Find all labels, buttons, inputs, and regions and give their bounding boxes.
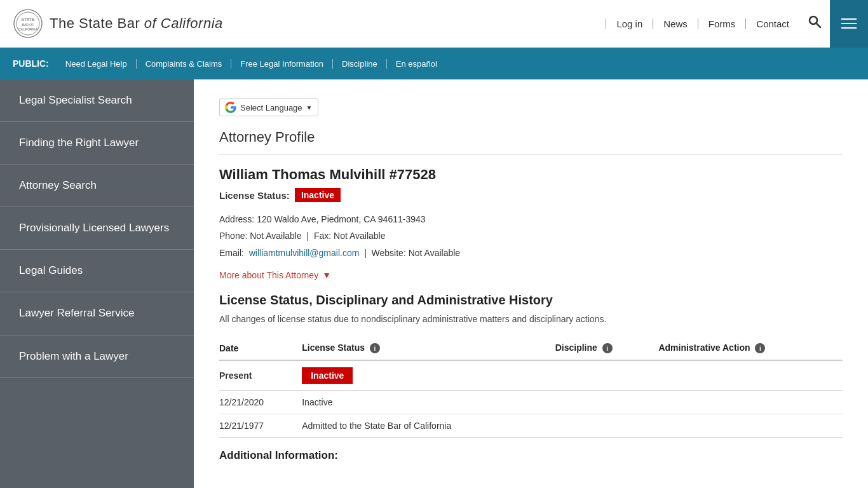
cell-status-1977: Admitted to the State Bar of California <box>302 414 555 438</box>
col-license-status: License Status i <box>302 337 555 360</box>
site-header: STATE BAR OF CALIFORNIA The State Bar of… <box>0 0 868 48</box>
svg-text:STATE: STATE <box>21 17 35 22</box>
additional-info-title: Additional Information: <box>219 449 843 462</box>
cell-discipline-1977 <box>555 414 659 438</box>
cell-admin-2020 <box>658 391 843 414</box>
translate-label: Select Language <box>240 103 302 112</box>
svg-text:CALIFORNIA: CALIFORNIA <box>18 27 38 31</box>
dropdown-arrow-icon: ▼ <box>322 270 331 280</box>
public-navigation: PUBLIC: Need Legal Help Complaints & Cla… <box>0 48 868 79</box>
header-navigation: Log in News Forms Contact <box>606 0 855 48</box>
sidebar-item-provisionally-licensed[interactable]: Provisionally Licensed Lawyers <box>0 207 194 250</box>
cell-date-present: Present <box>219 360 302 391</box>
svg-line-6 <box>817 24 820 27</box>
col-admin-action: Administrative Action i <box>658 337 843 360</box>
email-link[interactable]: williamtmulvihill@gmail.com <box>249 248 360 258</box>
website: Website: Not Available <box>372 248 461 258</box>
menu-icon-line2 <box>841 23 857 24</box>
menu-icon-line3 <box>841 27 857 29</box>
nav-discipline[interactable]: Discipline <box>333 59 387 69</box>
nav-espanol[interactable]: En español <box>387 59 446 69</box>
history-section-title: License Status, Disciplinary and Adminis… <box>219 293 843 308</box>
logo-text: The State Bar of California <box>50 15 223 32</box>
status-present-badge: Inactive <box>302 367 353 384</box>
main-layout: Legal Specialist Search Finding the Righ… <box>0 79 868 488</box>
logo-area: STATE BAR OF CALIFORNIA The State Bar of… <box>13 8 223 39</box>
forms-link[interactable]: Forms <box>698 18 747 29</box>
history-description: All changes of license status due to non… <box>219 313 843 326</box>
email-website: Email: williamtmulvihill@gmail.com | Web… <box>219 246 843 260</box>
sidebar-item-attorney-search[interactable]: Attorney Search <box>0 165 194 207</box>
table-row: Present Inactive <box>219 360 843 391</box>
page-title: Attorney Profile <box>219 129 843 155</box>
contact-link[interactable]: Contact <box>746 18 799 29</box>
discipline-info-icon[interactable]: i <box>602 343 613 353</box>
table-body: Present Inactive 12/21/2020 Inactive 12/… <box>219 360 843 438</box>
sidebar-item-finding-lawyer[interactable]: Finding the Right Lawyer <box>0 122 194 165</box>
search-button[interactable] <box>799 14 830 33</box>
table-header-row: Date License Status i Discipline i Admin… <box>219 337 843 360</box>
cell-status-present: Inactive <box>302 360 555 391</box>
license-status-info-icon[interactable]: i <box>370 343 380 353</box>
contact-info: Address: 120 Waldo Ave, Piedmont, CA 946… <box>219 212 843 260</box>
phone: Phone: Not Available <box>219 231 302 241</box>
cell-admin-present <box>658 360 843 391</box>
sidebar-item-legal-guides[interactable]: Legal Guides <box>0 250 194 292</box>
translate-widget[interactable]: Select Language ▼ <box>219 98 318 116</box>
sidebar-item-problem-lawyer[interactable]: Problem with a Lawyer <box>0 336 194 378</box>
phone-fax: Phone: Not Available | Fax: Not Availabl… <box>219 229 843 243</box>
more-about-attorney-link[interactable]: More about This Attorney ▼ <box>219 270 331 280</box>
cell-admin-1977 <box>658 414 843 438</box>
nav-complaints-claims[interactable]: Complaints & Claims <box>137 59 232 69</box>
svg-text:BAR OF: BAR OF <box>22 23 34 27</box>
public-label: PUBLIC: <box>13 58 49 69</box>
menu-icon-line1 <box>841 18 857 20</box>
cell-discipline-2020 <box>555 391 659 414</box>
main-content: Select Language ▼ Attorney Profile Willi… <box>194 79 868 488</box>
table-row: 12/21/1977 Admitted to the State Bar of … <box>219 414 843 438</box>
table-header: Date License Status i Discipline i Admin… <box>219 337 843 360</box>
translate-arrow-icon: ▼ <box>306 104 313 111</box>
nav-free-legal-info[interactable]: Free Legal Information <box>231 59 333 69</box>
login-link[interactable]: Log in <box>606 18 653 29</box>
license-status-row: License Status: Inactive <box>219 188 843 202</box>
col-discipline: Discipline i <box>555 337 659 360</box>
sidebar: Legal Specialist Search Finding the Righ… <box>0 79 194 488</box>
sidebar-item-lawyer-referral[interactable]: Lawyer Referral Service <box>0 292 194 335</box>
status-badge: Inactive <box>295 188 341 202</box>
news-link[interactable]: News <box>653 18 698 29</box>
google-icon <box>225 102 236 113</box>
cell-date-2020: 12/21/2020 <box>219 391 302 414</box>
email-label: Email: <box>219 248 244 258</box>
col-date: Date <box>219 337 302 360</box>
history-table: Date License Status i Discipline i Admin… <box>219 337 843 438</box>
address: Address: 120 Waldo Ave, Piedmont, CA 946… <box>219 212 843 226</box>
menu-button[interactable] <box>830 0 868 48</box>
fax: Fax: Not Available <box>314 231 386 241</box>
license-status-label: License Status: <box>219 190 290 201</box>
attorney-name: William Thomas Mulvihill #77528 <box>219 166 843 183</box>
more-link-label: More about This Attorney <box>219 270 318 280</box>
nav-need-legal-help[interactable]: Need Legal Help <box>57 59 137 69</box>
cell-date-1977: 12/21/1977 <box>219 414 302 438</box>
admin-action-info-icon[interactable]: i <box>755 343 765 353</box>
table-row: 12/21/2020 Inactive <box>219 391 843 414</box>
cell-status-2020: Inactive <box>302 391 555 414</box>
seal-icon: STATE BAR OF CALIFORNIA <box>13 8 43 39</box>
cell-discipline-present <box>555 360 659 391</box>
sidebar-item-legal-specialist[interactable]: Legal Specialist Search <box>0 79 194 122</box>
